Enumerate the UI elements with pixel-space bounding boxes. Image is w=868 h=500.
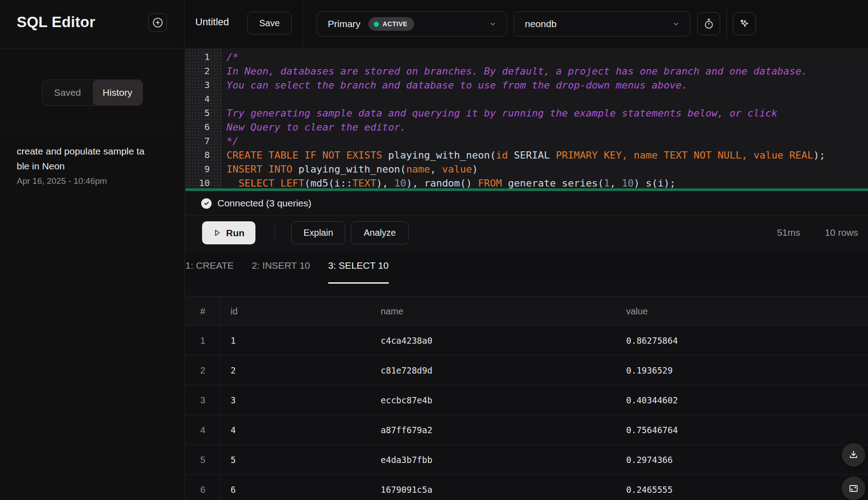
code-token: PRIMARY KEY, (556, 150, 628, 161)
code-token: 10 (622, 178, 634, 188)
code-token: playing_with_neon( (292, 164, 406, 175)
code-token: You can select the branch and database t… (226, 79, 688, 91)
database-select[interactable]: neondb (514, 11, 690, 37)
cell-name: eccbc87e4b (371, 395, 616, 405)
code-token: SELECT LEFT (239, 178, 305, 188)
actions-bar: Run Explain Analyze 51ms 10 rows (185, 216, 868, 254)
cell-value: 0.75646764 (616, 425, 868, 435)
editor-toolbar: Untitled Save Primary ACTIVE neondb (185, 0, 868, 48)
branch-select[interactable]: Primary ACTIVE (316, 11, 507, 37)
cell-id: 3 (221, 395, 371, 405)
query-row-count: 10 rows (825, 227, 858, 238)
result-tab-1[interactable]: 1: CREATE (185, 254, 234, 284)
page-title: SQL Editor (17, 14, 95, 31)
history-list-item[interactable]: create and populate sample table in Neon… (0, 136, 185, 195)
table-body: 11c4ca4238a00.8627586422c81e728d9d0.1936… (185, 326, 868, 500)
sidebar-tab-switch: Saved History (42, 79, 143, 106)
code-token: ), (376, 178, 394, 188)
cell-num: 3 (185, 385, 221, 415)
code-line: New Query to clear the editor. (226, 120, 868, 134)
cell-name: c4ca4238a0 (371, 336, 616, 346)
branch-status-label: ACTIVE (382, 20, 407, 28)
code-line: In Neon, databases are stored on branche… (226, 64, 868, 78)
cell-id: 5 (221, 455, 371, 465)
cell-num: 1 (185, 326, 221, 355)
sidebar: SQL Editor Saved History create and popu… (0, 0, 185, 500)
line-number: 5 (185, 106, 222, 120)
connection-status-bar: Connected (3 queries) (185, 191, 868, 216)
code-line: Try generating sample data and querying … (226, 106, 868, 120)
code-token: ) s(i); (634, 178, 676, 188)
cell-num: 6 (185, 475, 221, 500)
cell-name: c81e728d9d (371, 365, 616, 375)
code-token: generate_series( (502, 178, 604, 188)
column-header-name: name (371, 306, 616, 317)
tab-saved[interactable]: Saved (42, 80, 93, 105)
plus-circle-icon (152, 17, 164, 28)
sql-code-editor[interactable]: 12345678910 /*In Neon, databases are sto… (185, 49, 868, 188)
table-row: 33eccbc87e4b0.40344602 (185, 385, 868, 415)
column-header-value: value (616, 306, 868, 317)
code-token: /* (226, 51, 239, 63)
code-token: ) (472, 164, 478, 175)
active-status-dot-icon (374, 22, 379, 27)
column-header-index: # (185, 296, 221, 326)
save-button[interactable]: Save (247, 12, 292, 34)
code-token: ); (813, 150, 826, 161)
cell-num: 4 (185, 415, 221, 445)
new-query-button[interactable] (148, 13, 167, 32)
result-tabs: 1: CREATE2: INSERT 103: SELECT 10 (185, 254, 868, 284)
chevron-down-icon (489, 20, 497, 28)
tab-history[interactable]: History (93, 80, 143, 105)
cell-id: 4 (221, 425, 371, 435)
line-number-gutter: 12345678910 (185, 49, 222, 188)
check-circle-icon (201, 198, 212, 209)
download-results-button[interactable] (842, 443, 865, 467)
sidebar-divider (0, 128, 185, 128)
line-number: 7 (185, 134, 222, 148)
code-token (226, 178, 239, 188)
code-line: You can select the branch and database t… (226, 78, 868, 92)
run-button-label: Run (226, 228, 245, 238)
download-icon (848, 449, 859, 460)
cell-name: a87ff679a2 (371, 425, 616, 435)
code-token: FROM (478, 178, 502, 188)
run-button[interactable]: Run (202, 221, 255, 244)
ai-assist-button[interactable] (733, 12, 756, 35)
result-tab-2[interactable]: 2: INSERT 10 (252, 254, 310, 284)
code-line (226, 92, 868, 106)
code-token: */ (226, 136, 239, 147)
code-content: /*In Neon, databases are stored on branc… (222, 49, 868, 188)
code-token: , (430, 164, 442, 175)
cell-value: 0.2974366 (616, 455, 868, 465)
code-token: New Query to clear the editor. (226, 121, 406, 133)
query-timing-button[interactable] (697, 12, 720, 35)
history-item-timestamp: Apr 16, 2025 - 10:46pm (17, 176, 168, 186)
code-token: (md5(i:: (304, 178, 352, 188)
line-number: 6 (185, 120, 222, 134)
code-token: TEXT (352, 178, 376, 188)
result-tab-3[interactable]: 3: SELECT 10 (328, 254, 389, 284)
table-row: 22c81e728d9d0.1936529 (185, 355, 868, 385)
results-table: #idnamevalue 11c4ca4238a00.8627586422c81… (185, 284, 868, 500)
code-line: INSERT INTO playing_with_neon(name, valu… (226, 162, 868, 176)
fullscreen-icon (848, 483, 859, 494)
explain-button[interactable]: Explain (291, 221, 345, 244)
code-line: CREATE TABLE IF NOT EXISTS playing_with_… (226, 148, 868, 162)
cell-value: 0.1936529 (616, 365, 868, 375)
cell-value: 0.40344602 (616, 395, 868, 405)
sidebar-header: SQL Editor (0, 0, 185, 48)
line-number: 4 (185, 92, 222, 106)
history-item-title: create and populate sample table in Neon (17, 144, 146, 173)
code-token: 10 (394, 178, 406, 188)
actions-divider (274, 224, 275, 242)
connection-status-label: Connected (3 queries) (217, 198, 311, 209)
query-name-label: Untitled (195, 16, 229, 28)
line-number: 9 (185, 162, 222, 176)
expand-results-button[interactable] (842, 477, 865, 500)
analyze-button[interactable]: Analyze (351, 221, 409, 244)
database-select-value: neondb (525, 19, 557, 29)
code-token: ), random() (406, 178, 478, 188)
line-number: 3 (185, 78, 222, 92)
code-token: SERIAL (508, 150, 556, 161)
